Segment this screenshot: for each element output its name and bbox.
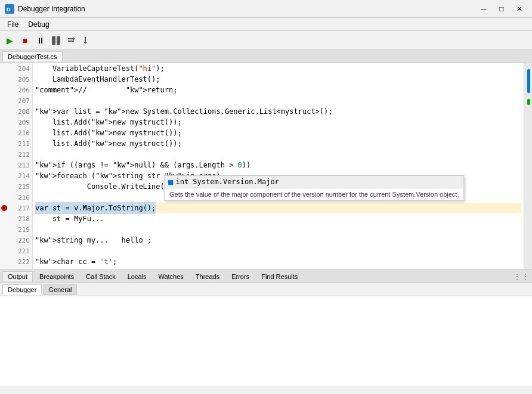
scroll-thumb-blue	[527, 69, 530, 93]
code-line-221	[35, 246, 521, 256]
code-line-218: st = MyFu...	[35, 213, 521, 224]
code-line-222: "kw">char cc = 't';	[35, 256, 521, 267]
code-content: VariableCaptureTest("hi"); LambdaEventHa…	[33, 63, 524, 269]
line-number-208: 208	[0, 106, 32, 117]
line-numbers: 2042052062072082092102112122132142152162…	[0, 63, 33, 269]
svg-rect-3	[57, 36, 60, 45]
file-tab[interactable]: DebuggerTest.cs	[2, 51, 63, 61]
bottom-tab-call-stack[interactable]: Call Stack	[81, 271, 121, 281]
line-number-214: 214	[0, 170, 32, 181]
code-area[interactable]: VariableCaptureTest("hi"); LambdaEventHa…	[33, 63, 524, 269]
editor-container: 2042052062072082092102112122132142152162…	[0, 63, 532, 269]
close-button[interactable]: ✕	[512, 3, 527, 15]
pause-button[interactable]: ⏸	[33, 33, 48, 48]
autocomplete-description: Gets the value of the major component of…	[165, 188, 463, 200]
autocomplete-signature: int System.Version.Major	[175, 178, 279, 186]
run-button[interactable]: ▶	[2, 33, 17, 48]
line-number-223: 223	[0, 267, 32, 269]
line-number-221: 221	[0, 246, 32, 256]
step-into-button[interactable]	[80, 33, 94, 48]
code-line-207	[35, 95, 521, 106]
scroll-thumb-green	[527, 99, 530, 105]
bottom-content	[0, 296, 532, 386]
bottom-tab-watches[interactable]: Watches	[153, 271, 188, 281]
line-number-213: 213	[0, 160, 32, 170]
bottom-tab-find-results[interactable]: Find Results	[256, 271, 303, 281]
breakpoint-dot	[1, 205, 7, 211]
window-title: Debugger Integration	[18, 5, 85, 13]
tabs-scroll-indicator: ⋮⋮	[513, 272, 530, 281]
autocomplete-popup: ■ int System.Version.Major Gets the valu…	[164, 175, 464, 201]
svg-rect-2	[52, 36, 55, 45]
app-icon: D	[5, 4, 14, 14]
svg-text:D: D	[7, 7, 11, 13]
line-number-212: 212	[0, 149, 32, 160]
maximize-button[interactable]: □	[494, 3, 509, 15]
step-over-button[interactable]	[64, 33, 79, 48]
code-line-206: "comment">// "kw">return;	[35, 85, 521, 95]
line-number-205: 205	[0, 74, 32, 85]
code-line-209: list.Add("kw">new mystruct());	[35, 117, 521, 128]
file-tab-bar: DebuggerTest.cs	[0, 50, 532, 63]
line-number-222: 222	[0, 256, 32, 267]
autocomplete-icon: ■	[168, 177, 173, 187]
line-number-206: 206	[0, 85, 32, 95]
bottom-tab-breakpoints[interactable]: Breakpoints	[34, 271, 79, 281]
svg-marker-6	[73, 37, 75, 41]
restart-button[interactable]	[49, 33, 63, 48]
line-number-210: 210	[0, 128, 32, 138]
bottom-tabs: OutputBreakpointsCall StackLocalsWatches…	[0, 270, 532, 283]
code-line-212	[35, 149, 521, 160]
autocomplete-header: ■ int System.Version.Major	[165, 176, 463, 188]
sub-tab-debugger[interactable]: Debugger	[2, 284, 42, 295]
code-line-223	[35, 267, 521, 269]
code-line-219	[35, 224, 521, 235]
line-number-219: 219	[0, 224, 32, 235]
menu-debug[interactable]: Debug	[23, 19, 54, 30]
editor-scrollbar[interactable]	[524, 63, 532, 269]
line-number-220: 220	[0, 235, 32, 246]
bottom-panel: OutputBreakpointsCall StackLocalsWatches…	[0, 269, 532, 386]
title-bar: D Debugger Integration ─ □ ✕	[0, 0, 532, 18]
code-line-213: "kw">if ((args != "kw">null) && (args.Le…	[35, 160, 521, 170]
line-number-207: 207	[0, 95, 32, 106]
bottom-tab-locals[interactable]: Locals	[122, 271, 152, 281]
stop-button[interactable]: ■	[18, 33, 32, 48]
toolbar: ▶ ■ ⏸	[0, 31, 532, 50]
code-line-205: LambdaEventHandlerTest();	[35, 74, 521, 85]
title-left: D Debugger Integration	[5, 4, 85, 14]
bottom-tab-errors[interactable]: Errors	[226, 271, 255, 281]
line-number-209: 209	[0, 117, 32, 128]
bottom-tab-threads[interactable]: Threads	[190, 271, 225, 281]
line-number-218: 218	[0, 213, 32, 224]
code-line-211: list.Add("kw">new mystruct());	[35, 138, 521, 149]
line-number-216: 216	[0, 192, 32, 203]
code-line-217: var st = v.Major.ToString();	[35, 203, 521, 213]
line-number-215: 215	[0, 181, 32, 192]
title-controls: ─ □ ✕	[476, 3, 527, 15]
svg-marker-8	[83, 42, 87, 44]
svg-rect-7	[85, 37, 86, 42]
bottom-tab-output[interactable]: Output	[2, 271, 33, 281]
sub-tab-general[interactable]: General	[43, 284, 77, 295]
code-line-204: VariableCaptureTest("hi");	[35, 63, 521, 74]
line-number-204: 204	[0, 63, 32, 74]
code-line-208: "kw">var list = "kw">new System.Collecti…	[35, 106, 521, 117]
menu-file[interactable]: File	[2, 19, 23, 30]
minimize-button[interactable]: ─	[476, 3, 491, 15]
code-line-220: "kw">string my... hello ;	[35, 235, 521, 246]
code-line-210: list.Add("kw">new mystruct());	[35, 128, 521, 138]
menu-bar: File Debug	[0, 18, 532, 31]
line-number-217: 217	[0, 203, 32, 213]
line-number-211: 211	[0, 138, 32, 149]
sub-tabs: DebuggerGeneral	[0, 283, 532, 296]
svg-rect-5	[68, 41, 74, 42]
